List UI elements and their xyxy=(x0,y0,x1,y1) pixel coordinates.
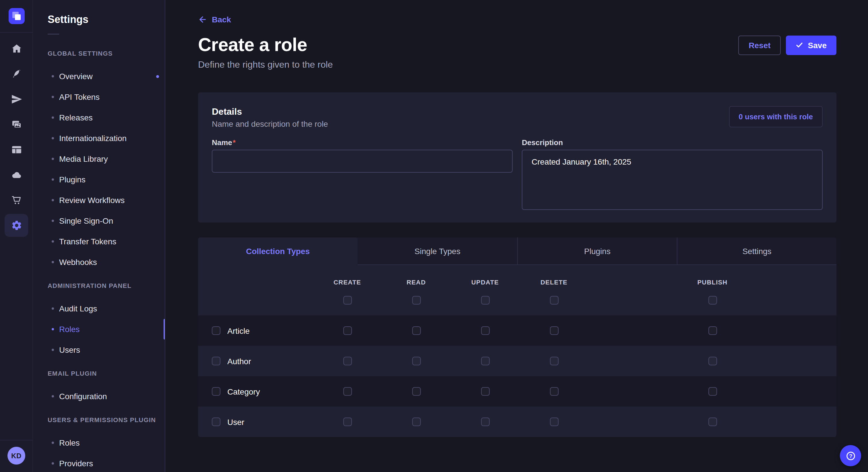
sidebar-item-configuration[interactable]: Configuration xyxy=(34,386,165,407)
permissions-card: Collection Types Single Types Plugins Se… xyxy=(198,237,836,437)
select-all-publish-checkbox[interactable] xyxy=(708,296,717,305)
sidebar-item-media-library[interactable]: Media Library xyxy=(34,148,165,169)
row-label[interactable]: Category xyxy=(227,387,260,396)
row-select-checkbox[interactable] xyxy=(212,417,220,426)
author-delete-checkbox[interactable] xyxy=(550,357,558,365)
section-header-administration-panel: ADMINISTRATION PANEL xyxy=(48,282,165,290)
help-button[interactable]: ? xyxy=(840,445,861,466)
section-header-users-permissions-plugin: USERS & PERMISSIONS PLUGIN xyxy=(48,416,165,424)
article-create-checkbox[interactable] xyxy=(343,326,352,335)
bullet-dot-icon xyxy=(52,328,54,330)
media-library-nav-button[interactable] xyxy=(5,113,28,136)
row-label[interactable]: Author xyxy=(227,357,251,366)
article-update-checkbox[interactable] xyxy=(481,326,489,335)
category-read-checkbox[interactable] xyxy=(412,387,421,396)
article-delete-checkbox[interactable] xyxy=(550,326,558,335)
tab-collection-types[interactable]: Collection Types xyxy=(198,237,358,265)
bullet-dot-icon xyxy=(52,96,54,98)
sidebar-item-roles-admin[interactable]: Roles xyxy=(34,319,165,339)
user-avatar[interactable]: KD xyxy=(7,447,25,465)
select-all-create-checkbox[interactable] xyxy=(343,296,352,305)
back-link[interactable]: Back xyxy=(198,15,231,24)
user-read-checkbox[interactable] xyxy=(412,417,421,426)
users-with-role-button[interactable]: 0 users with this role xyxy=(729,106,823,127)
sidebar-item-internationalization[interactable]: Internationalization xyxy=(34,128,165,148)
home-icon xyxy=(11,43,22,55)
author-publish-checkbox[interactable] xyxy=(708,357,717,365)
select-all-update-checkbox[interactable] xyxy=(481,296,489,305)
sidebar-item-providers[interactable]: Providers xyxy=(34,453,165,472)
description-field: Description Created January 16th, 2025 xyxy=(522,138,823,212)
table-row-user: User xyxy=(198,407,836,437)
user-delete-checkbox[interactable] xyxy=(550,417,558,426)
deploy-cloud-nav-button[interactable] xyxy=(5,164,28,187)
row-select-checkbox[interactable] xyxy=(212,326,220,335)
bullet-dot-icon xyxy=(52,199,54,201)
settings-sidebar: Settings GLOBAL SETTINGS Overview API To… xyxy=(34,0,165,472)
category-update-checkbox[interactable] xyxy=(481,387,489,396)
marketplace-nav-button[interactable] xyxy=(5,189,28,212)
sidebar-item-audit-logs[interactable]: Audit Logs xyxy=(34,298,165,319)
sidebar-item-releases[interactable]: Releases xyxy=(34,107,165,128)
sidebar-item-api-tokens[interactable]: API Tokens xyxy=(34,87,165,107)
tab-settings[interactable]: Settings xyxy=(677,237,836,265)
sidebar-item-webhooks[interactable]: Webhooks xyxy=(34,252,165,272)
description-label: Description xyxy=(522,138,823,147)
category-publish-checkbox[interactable] xyxy=(708,387,717,396)
select-all-delete-checkbox[interactable] xyxy=(550,296,558,305)
content-manager-nav-button[interactable] xyxy=(5,63,28,86)
content-type-builder-nav-button[interactable] xyxy=(5,138,28,161)
category-delete-checkbox[interactable] xyxy=(550,387,558,396)
sidebar-item-plugins[interactable]: Plugins xyxy=(34,169,165,190)
description-textarea[interactable]: Created January 16th, 2025 xyxy=(522,150,823,210)
layout-icon xyxy=(11,144,22,156)
section-header-global-settings: GLOBAL SETTINGS xyxy=(48,50,165,57)
home-nav-button[interactable] xyxy=(5,37,28,60)
cloud-icon xyxy=(11,169,22,181)
main-content: Back Create a role Reset Save Define the… xyxy=(165,0,868,472)
bullet-dot-icon xyxy=(52,158,54,160)
name-input[interactable] xyxy=(212,150,513,173)
sidebar-item-users[interactable]: Users xyxy=(34,339,165,360)
user-update-checkbox[interactable] xyxy=(481,417,489,426)
category-create-checkbox[interactable] xyxy=(343,387,352,396)
article-publish-checkbox[interactable] xyxy=(708,326,717,335)
bullet-dot-icon xyxy=(52,178,54,181)
save-button[interactable]: Save xyxy=(786,35,836,55)
article-read-checkbox[interactable] xyxy=(412,326,421,335)
media-library-icon xyxy=(11,119,22,130)
tab-single-types[interactable]: Single Types xyxy=(358,237,517,265)
user-publish-checkbox[interactable] xyxy=(708,417,717,426)
row-label[interactable]: User xyxy=(227,417,244,427)
reset-button[interactable]: Reset xyxy=(738,35,781,55)
required-asterisk: * xyxy=(233,138,236,147)
column-header-read: READ xyxy=(382,279,451,285)
tab-plugins[interactable]: Plugins xyxy=(517,237,677,265)
rail-divider xyxy=(0,32,33,33)
select-all-read-checkbox[interactable] xyxy=(412,296,421,305)
sidebar-item-single-sign-on[interactable]: Single Sign-On xyxy=(34,210,165,231)
settings-nav-button[interactable] xyxy=(5,214,28,237)
column-header-create: CREATE xyxy=(313,279,382,285)
sidebar-title: Settings xyxy=(48,14,165,26)
page-subtitle: Define the rights given to the role xyxy=(198,59,836,70)
strapi-logo[interactable] xyxy=(9,8,25,24)
sidebar-item-overview[interactable]: Overview xyxy=(34,66,165,87)
sidebar-item-roles-up[interactable]: Roles xyxy=(34,432,165,453)
strapi-admin: KD Settings GLOBAL SETTINGS Overview API… xyxy=(0,0,868,472)
check-icon xyxy=(796,41,803,49)
title-divider xyxy=(48,34,59,34)
row-select-checkbox[interactable] xyxy=(212,387,220,396)
bullet-dot-icon xyxy=(52,75,54,77)
row-label[interactable]: Article xyxy=(227,326,250,335)
author-update-checkbox[interactable] xyxy=(481,357,489,365)
feather-icon xyxy=(11,68,22,80)
releases-nav-button[interactable] xyxy=(5,88,28,111)
user-create-checkbox[interactable] xyxy=(343,417,352,426)
sidebar-item-transfer-tokens[interactable]: Transfer Tokens xyxy=(34,231,165,252)
question-mark-icon: ? xyxy=(845,450,856,461)
author-read-checkbox[interactable] xyxy=(412,357,421,365)
sidebar-item-review-workflows[interactable]: Review Workflows xyxy=(34,190,165,210)
author-create-checkbox[interactable] xyxy=(343,357,352,365)
row-select-checkbox[interactable] xyxy=(212,357,220,365)
